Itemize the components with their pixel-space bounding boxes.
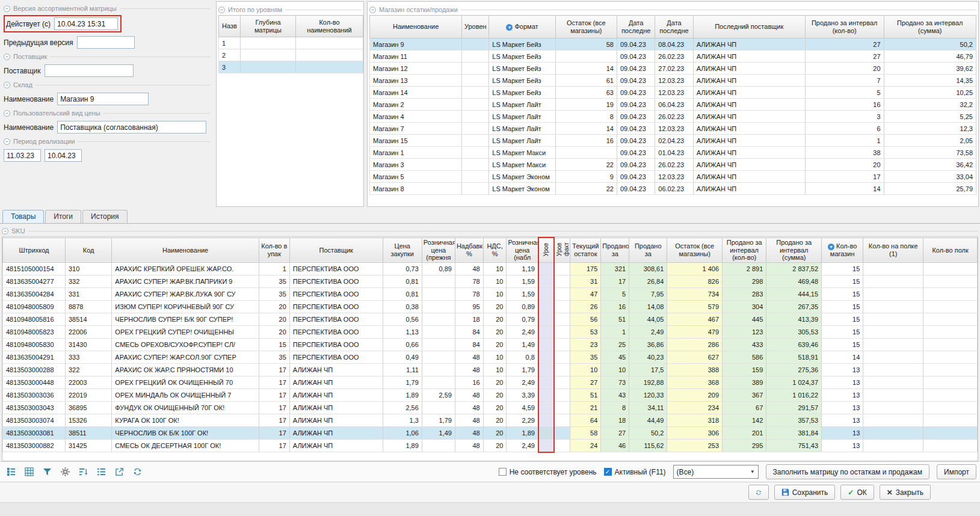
tab-istoriya[interactable]: История — [82, 210, 128, 223]
cell[interactable]: 14,08 — [629, 301, 667, 313]
cell[interactable]: 1 — [259, 263, 289, 275]
cell[interactable]: АЛИЖАН ЧП — [693, 171, 805, 183]
cell[interactable]: 4813503000288 — [3, 364, 66, 376]
cell[interactable]: 16 — [555, 135, 617, 147]
cell[interactable]: 10 — [483, 364, 507, 376]
cell[interactable]: Магазин 14 — [370, 87, 462, 99]
cell[interactable] — [923, 263, 978, 275]
cell[interactable]: 15 — [822, 275, 863, 288]
cell[interactable]: 26.02.23 — [655, 111, 693, 123]
cell[interactable]: 48 — [455, 427, 483, 440]
cell[interactable]: 53 — [570, 326, 601, 339]
price-view-input[interactable] — [57, 121, 206, 134]
ok-button[interactable]: ✓ ОК — [840, 485, 874, 500]
cell[interactable]: 20 — [483, 389, 507, 402]
cell[interactable]: 46 — [601, 440, 629, 452]
cell[interactable] — [538, 339, 554, 351]
cell[interactable]: 0,8 — [507, 351, 538, 364]
table-row[interactable]: 4813635004284331АРАХИС СУПЕР! ЖАР.ВК.ЛУК… — [3, 288, 978, 301]
cell[interactable]: 17 — [259, 376, 289, 389]
cell[interactable]: 26,84 — [629, 275, 667, 288]
cell[interactable]: 1,79 — [422, 414, 455, 427]
cell[interactable] — [538, 301, 554, 313]
column-header[interactable]: Продано за — [629, 238, 667, 263]
cell[interactable]: 142 — [723, 414, 766, 427]
collapse-icon[interactable]: − — [4, 138, 10, 145]
cell[interactable]: 4810948005816 — [3, 313, 66, 326]
cell[interactable]: 2,49 — [507, 326, 538, 339]
cell[interactable]: 192,88 — [629, 376, 667, 389]
table-row[interactable]: 4815105000154310АРАХИС КРЕПКИЙ ОРЕШЕК ЖА… — [3, 263, 978, 275]
cell[interactable]: 13 — [822, 402, 863, 414]
cell[interactable]: 332 — [65, 275, 111, 288]
table-row[interactable]: 2 — [219, 49, 363, 61]
cell[interactable]: 1 016,22 — [766, 389, 822, 402]
cell[interactable] — [538, 402, 554, 414]
cell[interactable] — [554, 414, 570, 427]
cell[interactable] — [462, 135, 489, 147]
cell[interactable]: 1,79 — [507, 364, 538, 376]
column-header[interactable]: Уровен — [462, 16, 489, 38]
column-header[interactable]: Продано за — [601, 238, 629, 263]
cell[interactable]: 0,89 — [507, 301, 538, 313]
sort-filter-icon[interactable] — [506, 24, 513, 31]
cell[interactable]: 31425 — [65, 440, 111, 452]
cell[interactable] — [538, 351, 554, 364]
cell[interactable]: 2,49 — [507, 376, 538, 389]
cell[interactable]: АЛИЖАН ЧП — [289, 414, 383, 427]
table-row[interactable]: 481350300307415326КУРАГА ОК 100Г ОК!17АЛ… — [3, 414, 978, 427]
cell[interactable]: ПЕРСПЕКТИВА ООО — [289, 275, 383, 288]
table-row[interactable]: Магазин 11LS Маркет Бейз09.04.2326.02.23… — [370, 51, 976, 63]
cell[interactable]: LS Маркет Бейз — [489, 51, 555, 63]
cell[interactable]: 43 — [601, 389, 629, 402]
column-header[interactable]: Кол-во наименований — [296, 16, 363, 37]
cell[interactable]: 46,79 — [884, 51, 976, 63]
cell[interactable]: 06.02.23 — [655, 183, 693, 195]
cell[interactable] — [923, 440, 978, 452]
cell[interactable]: 283 — [723, 288, 766, 301]
cell[interactable]: 17 — [259, 389, 289, 402]
cell[interactable]: СМЕСЬ ОРЕХОВ/СУХОФР.СУПЕР! СЛ/ — [112, 339, 259, 351]
cell[interactable] — [462, 171, 489, 183]
cell[interactable]: 9 — [555, 171, 617, 183]
cell[interactable]: 38514 — [65, 313, 111, 326]
cell[interactable]: 09.04.23 — [617, 99, 655, 111]
cell[interactable]: 73 — [601, 376, 629, 389]
sort-filter-icon[interactable] — [828, 244, 834, 250]
cell[interactable]: 10 — [483, 288, 507, 301]
cell[interactable]: ПЕРСПЕКТИВА ООО — [289, 326, 383, 339]
cell[interactable]: 10 — [483, 263, 507, 275]
cell[interactable]: АЛИЖАН ЧП — [693, 99, 805, 111]
cell[interactable]: 51 — [570, 389, 601, 402]
cell[interactable]: 27.02.23 — [655, 63, 693, 75]
cell[interactable]: 20 — [805, 159, 884, 171]
cell[interactable]: LS Маркет Лайт — [489, 135, 555, 147]
cell[interactable] — [538, 313, 554, 326]
cell[interactable]: 14 — [555, 123, 617, 135]
cell[interactable]: 16 — [601, 301, 629, 313]
cell[interactable] — [923, 389, 978, 402]
cell[interactable]: ОРЕХ ГРЕЦКИЙ ОК ОЧИЩЕННЫЙ 70 — [112, 376, 259, 389]
cell[interactable]: 13 — [822, 376, 863, 389]
cell[interactable]: 3 — [805, 111, 884, 123]
cell[interactable] — [923, 288, 978, 301]
cell[interactable]: 367 — [723, 389, 766, 402]
cell[interactable]: 02.04.23 — [655, 135, 693, 147]
column-header[interactable]: Назв — [219, 16, 241, 37]
table-row[interactable]: Магазин 13LS Маркет Бейз6109.04.2312.03.… — [370, 75, 976, 87]
cell[interactable] — [538, 364, 554, 376]
cell[interactable]: 22 — [555, 183, 617, 195]
cell[interactable]: 0,81 — [383, 288, 422, 301]
cell[interactable]: 13 — [822, 427, 863, 440]
cell[interactable]: 2,49 — [629, 326, 667, 339]
table-row[interactable]: 48109480058098878ИЗЮМ СУПЕР! КОРИЧНЕВЫЙ … — [3, 301, 978, 313]
cell[interactable]: 38511 — [65, 427, 111, 440]
cell[interactable]: 09.04.23 — [617, 75, 655, 87]
cell[interactable]: АЛИЖАН ЧП — [289, 376, 383, 389]
column-header[interactable]: Остаток (все магазины) — [667, 238, 723, 263]
cell[interactable]: 4,59 — [507, 402, 538, 414]
cell[interactable]: 469,48 — [766, 275, 822, 288]
column-header[interactable]: Дата последне — [617, 16, 655, 38]
column-header[interactable]: Продано за интервал (сумма) — [766, 238, 822, 263]
cell[interactable]: 17,5 — [629, 364, 667, 376]
